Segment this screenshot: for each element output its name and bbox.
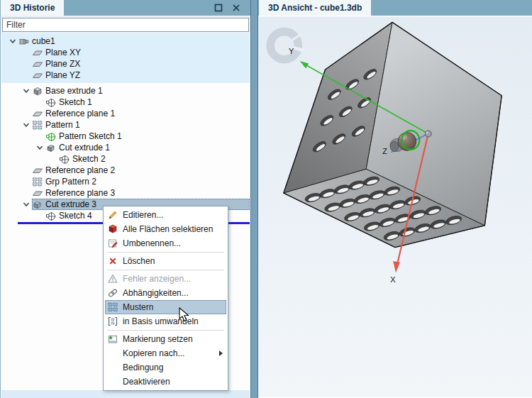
menu-item-bedingung[interactable]: Bedingung [105, 360, 226, 375]
tree-item-reference-plane-1[interactable]: Reference plane 1 [1, 108, 250, 119]
tree-item-pattern-1[interactable]: Pattern 1 [1, 119, 250, 131]
menu-separator [107, 330, 224, 331]
context-menu: Editieren...Alle Flächen selektierenUmbe… [103, 206, 228, 391]
tree-item-sketch-2[interactable]: Sketch 2 [1, 153, 250, 165]
menu-item-label: Kopieren nach... [123, 348, 184, 358]
tree-item-pattern-sketch-1[interactable]: Pattern Sketch 1 [1, 131, 250, 142]
tree-item-plane-yz[interactable]: Plane YZ [1, 70, 250, 81]
plane-icon [32, 70, 43, 81]
tab-3d-historie[interactable]: 3D Historie [1, 0, 64, 16]
blank-icon [106, 362, 119, 373]
pattern-icon [32, 120, 43, 131]
history-panel-titlebar: 3D Historie [1, 0, 250, 16]
menu-separator [107, 252, 224, 253]
axis-label-x: X [390, 275, 396, 284]
3d-viewport[interactable]: Y Z X [258, 16, 532, 398]
history-panel-title: 3D Historie [10, 3, 55, 13]
menu-item-label: in Basis umwandeln [123, 316, 199, 326]
tree-bottom-band [1, 390, 250, 398]
menu-separator [107, 270, 224, 270]
tree-item-reference-plane-2[interactable]: Reference plane 2 [1, 165, 250, 176]
close-button[interactable] [231, 3, 241, 13]
menu-item-label: Löschen [123, 256, 155, 266]
origin-node[interactable] [425, 131, 431, 137]
filter-input[interactable] [2, 18, 249, 32]
tree-item-cube1[interactable]: cube1 [1, 35, 250, 47]
tree-item-label: Cut extrude 1 [59, 143, 113, 153]
sketch-icon [45, 211, 57, 221]
blank-icon [106, 376, 119, 387]
menu-item-mustern[interactable]: Mustern [105, 300, 226, 314]
blank-icon [106, 348, 119, 359]
menu-item-label: Bedingung [123, 363, 163, 372]
tree-item-label: Reference plane 1 [45, 109, 118, 118]
menu-item-umbenennen[interactable]: Umbenennen... [105, 236, 226, 250]
part-icon [18, 36, 30, 47]
tree-item-plane-xy[interactable]: Plane XY [1, 47, 250, 58]
menu-item-label: Fehler anzeigen... [123, 274, 191, 284]
view-tab-title: 3D Ansicht - cube1.3db [268, 3, 362, 13]
mark-icon [106, 333, 119, 345]
menu-item-label: Abhängigkeiten... [123, 288, 189, 298]
menu-item-abh-ngigkeiten[interactable]: Abhängigkeiten... [105, 286, 226, 300]
chevron-down-icon[interactable] [34, 143, 45, 152]
cut-icon [45, 143, 57, 153]
axis-label-y: Y [289, 47, 294, 55]
chevron-down-icon[interactable] [21, 87, 32, 95]
menu-item-label: Deaktivieren [123, 377, 170, 387]
tree-item-label: Reference plane 2 [45, 165, 118, 175]
sketch-icon [59, 154, 70, 165]
chain-icon [106, 287, 119, 299]
panel-splitter[interactable] [250, 0, 258, 398]
filter-row [1, 16, 250, 33]
menu-item-label: Alle Flächen selektieren [123, 224, 213, 234]
tree-item-label: Pattern Sketch 1 [59, 131, 125, 141]
menu-item-editieren[interactable]: Editieren... [105, 208, 226, 222]
menu-item-kopieren-nach[interactable]: Kopieren nach... [105, 346, 226, 360]
tree-item-label: Cut extrude 3 [45, 199, 99, 209]
history-tree-rows: cube1Plane XYPlane ZXPlane YZBase extrud… [1, 35, 250, 221]
menu-item-alle-fl-chen-selektieren[interactable]: Alle Flächen selektieren [105, 222, 226, 236]
tree-item-sketch-1[interactable]: Sketch 1 [1, 96, 250, 108]
menu-item-label: Markierung setzen [123, 334, 193, 344]
menu-item-deaktivieren[interactable]: Deaktivieren [105, 375, 226, 389]
chevron-down-icon[interactable] [21, 200, 32, 209]
tree-item-label: Sketch 2 [72, 154, 109, 164]
plane-icon [32, 48, 43, 58]
patternblue-icon [106, 302, 119, 313]
menu-item-markierung-setzen[interactable]: Markierung setzen [105, 332, 226, 346]
plane-icon [32, 59, 43, 70]
application-window: 3D Historie cube1 [0, 0, 532, 398]
menu-item-l-schen[interactable]: Löschen [105, 254, 226, 268]
plane-icon [32, 165, 43, 176]
menu-item-label: Editieren... [123, 210, 163, 220]
tree-item-cut-extrude-1[interactable]: Cut extrude 1 [1, 142, 250, 153]
chevron-down-icon[interactable] [21, 121, 32, 129]
menu-item-label: Mustern [123, 302, 153, 312]
edit-icon [106, 209, 119, 221]
plane-icon [32, 109, 43, 119]
tree-item-grp-pattern-2[interactable]: Grp Pattern 2 [1, 176, 250, 187]
origin-node-highlight [426, 132, 428, 133]
tree-item-label: Plane XY [45, 48, 84, 57]
chevron-down-icon[interactable] [7, 37, 18, 45]
rename-icon [106, 238, 119, 249]
maximize-button[interactable] [214, 3, 223, 13]
tree-item-base-extrude-1[interactable]: Base extrude 1 [1, 85, 250, 96]
sketch-green-icon [45, 131, 57, 142]
plane-icon [32, 188, 43, 199]
menu-item-in-basis-umwandeln[interactable]: in Basis umwandeln [105, 314, 226, 328]
extrude-icon [32, 86, 43, 96]
tree-item-reference-plane-3[interactable]: Reference plane 3 [1, 187, 250, 199]
tab-3d-ansicht[interactable]: 3D Ansicht - cube1.3db [259, 0, 371, 16]
faces-icon [106, 223, 119, 235]
view-panel-tabbar: 3D Ansicht - cube1.3db [258, 0, 532, 16]
tree-item-label: Grp Pattern 2 [45, 177, 99, 187]
close-icon [232, 4, 240, 12]
menu-item-label: Umbenennen... [123, 238, 181, 248]
tree-item-label: Reference plane 3 [45, 188, 118, 198]
tree-item-label: Plane YZ [45, 70, 83, 80]
tree-item-label: Sketch 1 [59, 97, 95, 107]
tree-item-plane-zx[interactable]: Plane ZX [1, 58, 250, 70]
pattern-icon [32, 177, 43, 187]
